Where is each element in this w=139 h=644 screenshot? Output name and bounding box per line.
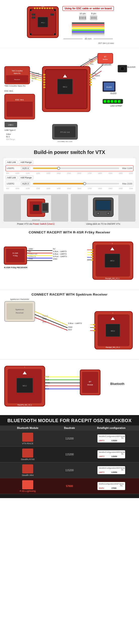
svg-rect-46 [43, 87, 45, 88]
svg-text:Racepit_NG_V1.1: Racepit_NG_V1.1 [105, 277, 120, 279]
bt-table-header: Bluetooth Module Baudrate Betaflight con… [0, 425, 139, 431]
caption1: Power VTX via Power Switch (User1) [17, 223, 55, 225]
svg-rect-171 [93, 324, 95, 325]
col-baudrate: Baudrate [55, 425, 84, 431]
svg-text:GND: GND [92, 72, 96, 74]
svg-text:FPV Air Unit: FPV Air Unit [60, 131, 70, 133]
spektrum-title: CONNECT RACEPIT WITH Spektrum Receiver [2, 293, 137, 296]
bt-config-cell: MiniRxConfiguration/MSPSerial Rx MiniRx£… [84, 480, 139, 492]
svg-point-5 [54, 9, 56, 11]
svg-text:RacePit_NG_V1.1: RacePit_NG_V1.1 [17, 404, 32, 406]
svg-text:3V3: 3V3 [68, 329, 72, 331]
svg-point-32 [120, 67, 124, 71]
table-row: StealthLR700 115200 IdentifierConfigurat… [0, 447, 139, 462]
aux3-select[interactable]: AUX 3 [21, 182, 30, 185]
svg-rect-18 [52, 8, 53, 9]
spektrum-diagram: Spektrum Receiver Spektrum Receiver Sign… [2, 299, 137, 357]
bt-config-cell: IdentifierConfiguration/MSPSerial Rx UAR… [84, 449, 139, 460]
svg-rect-16 [47, 8, 48, 9]
svg-text:S.Bus: S.Bus [6, 133, 11, 135]
svg-text:↑: ↑ [24, 366, 25, 368]
svg-text:BT: BT [89, 381, 91, 383]
svg-rect-50 [90, 82, 92, 83]
svg-text:C: C [32, 80, 33, 82]
svg-rect-139 [91, 249, 93, 251]
svg-text:100: 100 [41, 6, 44, 7]
svg-point-7 [54, 33, 56, 35]
bt-module-cell: Stealth Mini [0, 462, 55, 478]
tick-row-2: 9001000110012001300 14001500160017001800… [6, 188, 133, 189]
svg-text:MCU: MCU [110, 260, 114, 262]
dim-45mm: 45 mm [85, 37, 92, 40]
bt-config-box: MiniRxConfiguration/MSPSerial Rx MiniRx£… [97, 482, 125, 490]
svg-rect-140 [91, 252, 93, 253]
svg-rect-13 [39, 8, 41, 9]
bt-module-cell: VTX-RACE [0, 431, 55, 446]
svg-text:DJI FPV Air Unit: DJI FPV Air Unit [58, 141, 73, 142]
svg-text:Racepit_NG_V1.1: Racepit_NG_V1.1 [106, 346, 120, 348]
tx-photo [71, 194, 135, 222]
bluetooth-table-section: BLUETOOTH MODULE FOR RACEPIT OSD BLACKBO… [0, 415, 139, 498]
rxsr-diagram: R-XSR FrSky R-XSR FrSky RECEIVER GND 5V … [2, 237, 137, 287]
svg-text:TBS Crossfire Nano Rx: TBS Crossfire Nano Rx [5, 85, 25, 87]
bluetooth-diag-section: MCU RacePit_NG_V1.1 ↑ TX6 Rx6 GND TX 5V3… [0, 359, 139, 415]
svg-rect-47 [90, 74, 92, 75]
svg-text:GND: GND [42, 318, 47, 320]
aux4-select[interactable]: AUX 4 [21, 167, 30, 170]
bt-module-img [22, 464, 33, 473]
max1100-label: Max 1100 [122, 167, 132, 170]
svg-text:S.Bus out: S.Bus out [28, 253, 37, 255]
wiring-diagram-section: BT Module Bluetooth GND 3V3 SCL BUZZER S… [0, 48, 139, 146]
svg-rect-83 [111, 100, 113, 103]
add-link-btn[interactable]: Add Link [6, 160, 17, 164]
add-link-btn-2[interactable]: Add Link [6, 176, 17, 180]
svg-rect-15 [44, 8, 46, 9]
svg-point-6 [30, 33, 32, 35]
svg-point-110 [108, 213, 109, 214]
bt-baud-value: 115200 [65, 469, 74, 472]
svg-rect-45 [43, 84, 45, 86]
svg-rect-99 [33, 205, 39, 211]
betaflight-config: Add Link Add Range USER1 AUX 4 Max 1100 … [4, 158, 135, 191]
svg-rect-151 [7, 303, 33, 319]
svg-rect-173 [93, 330, 95, 331]
bt-module-name: Stealth Mini [1, 474, 55, 476]
svg-rect-101 [43, 204, 48, 211]
svg-rect-82 [107, 100, 110, 103]
svg-rect-51 [90, 84, 92, 86]
svg-text:GND: GND [68, 326, 73, 328]
bt-module-name: VTX-RACE [1, 442, 55, 445]
svg-text:GND: GND [89, 59, 93, 60]
svg-text:3V3: 3V3 [90, 61, 93, 63]
bluetooth-diag-svg: MCU RacePit_NG_V1.1 ↑ TX6 Rx6 GND TX 5V3… [2, 362, 139, 413]
svg-text:S.Port - UART3: S.Port - UART3 [53, 255, 67, 258]
bt-module-name: StealthLR700 [1, 458, 55, 461]
svg-text:GND: GND [53, 258, 57, 260]
table-row: VTX-RACE 115200 IdentifierConfiguration/… [0, 431, 139, 447]
max2100-label: Max 2100 [122, 182, 132, 185]
svg-text:BUZZER: BUZZER [127, 66, 135, 68]
svg-text:5V: 5V [28, 250, 31, 253]
svg-rect-11 [34, 8, 36, 9]
svg-rect-41 [43, 74, 45, 75]
svg-rect-12 [37, 8, 38, 9]
svg-rect-10 [50, 14, 54, 16]
add-range-btn[interactable]: Add Range [19, 160, 33, 164]
svg-text:Spektrum Receiver: Spektrum Receiver [10, 299, 29, 300]
svg-text:Signal: Signal [42, 315, 48, 317]
col-betaflight: Betaflight configuration [84, 425, 139, 431]
8pin-label: 8 pin [91, 12, 96, 15]
bt-module-img [22, 433, 33, 442]
svg-text:S.Bus - UART3: S.Bus - UART3 [53, 250, 67, 253]
svg-text:OLED: OLED [110, 92, 117, 95]
svg-text:LED STRIP: LED STRIP [110, 105, 122, 107]
add-range-btn-2[interactable]: Add Range [19, 176, 33, 180]
svg-text:↑: ↑ [112, 242, 113, 245]
svg-rect-85 [118, 100, 120, 103]
svg-text:MCU: MCU [41, 22, 45, 23]
bt-config-box: IdentifierConfiguration/MSPSerial Rx UAR… [97, 466, 125, 474]
svg-rect-143 [91, 259, 93, 261]
flight-controller-board: MCU 100 [25, 5, 60, 40]
svg-text:R-XSR: R-XSR [13, 252, 18, 254]
svg-text:MCU: MCU [111, 330, 115, 332]
